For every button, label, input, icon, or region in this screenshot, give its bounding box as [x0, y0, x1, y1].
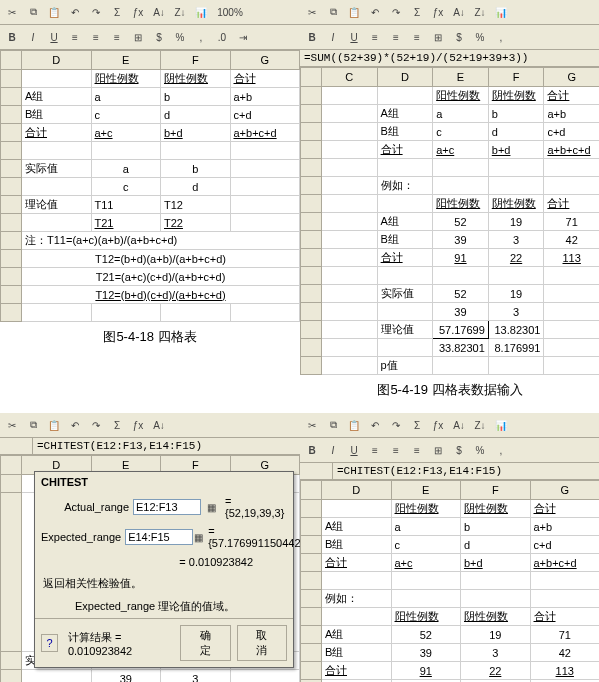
redo-icon[interactable]: ↷: [386, 415, 406, 435]
undo-icon[interactable]: ↶: [365, 415, 385, 435]
help-icon[interactable]: ?: [41, 634, 58, 652]
percent-icon[interactable]: %: [470, 440, 490, 460]
align-left-icon[interactable]: ≡: [365, 440, 385, 460]
indent-icon[interactable]: ⇥: [233, 27, 253, 47]
formula-bar[interactable]: =SUM((52+39)*(52+19)/(52+19+39+3)): [300, 50, 599, 67]
merge-icon[interactable]: ⊞: [128, 27, 148, 47]
underline-icon[interactable]: U: [344, 27, 364, 47]
sheet-21[interactable]: DEFG 阳性例数阴性例数合计 A组aba+b B组cdc+d 合计a+cb+d…: [300, 480, 599, 682]
formula-t21[interactable]: T21=(a+c)(c+d)/(a+b+c+d): [22, 268, 300, 286]
paste-icon[interactable]: 📋: [344, 415, 364, 435]
merge-icon[interactable]: ⊞: [428, 440, 448, 460]
hdr-pos[interactable]: 阳性例数: [91, 70, 161, 88]
cancel-button[interactable]: 取消: [237, 625, 288, 661]
paste-icon[interactable]: 📋: [344, 2, 364, 22]
comma-icon[interactable]: ,: [491, 440, 511, 460]
active-cell[interactable]: 57.17699: [433, 321, 489, 339]
paste-icon[interactable]: 📋: [44, 415, 64, 435]
sort-asc-icon[interactable]: A↓: [449, 415, 469, 435]
actual-range-input[interactable]: [133, 499, 201, 515]
currency-icon[interactable]: $: [449, 27, 469, 47]
ok-button[interactable]: 确定: [180, 625, 231, 661]
paste-icon[interactable]: 📋: [44, 2, 64, 22]
dec-inc-icon[interactable]: .0: [212, 27, 232, 47]
formula-bar[interactable]: =CHITEST(E12:F13,E14:F15): [300, 463, 599, 480]
underline-icon[interactable]: U: [344, 440, 364, 460]
align-right-icon[interactable]: ≡: [407, 27, 427, 47]
sort-desc-icon[interactable]: Z↓: [170, 2, 190, 22]
zoom-box[interactable]: 100%: [212, 2, 248, 22]
percent-icon[interactable]: %: [470, 27, 490, 47]
merge-icon[interactable]: ⊞: [428, 27, 448, 47]
range-picker-icon[interactable]: ▦: [201, 497, 221, 517]
align-right-icon[interactable]: ≡: [107, 27, 127, 47]
formula-input[interactable]: =SUM((52+39)*(52+19)/(52+19+39+3)): [300, 50, 599, 66]
align-center-icon[interactable]: ≡: [386, 440, 406, 460]
chart-icon[interactable]: 📊: [491, 415, 511, 435]
sort-desc-icon[interactable]: Z↓: [470, 415, 490, 435]
col-E[interactable]: E: [91, 51, 161, 70]
sort-asc-icon[interactable]: A↓: [449, 2, 469, 22]
formula-t22[interactable]: T12=(b+d)(c+d)/(a+b+c+d): [22, 286, 300, 304]
formula-input[interactable]: =CHITEST(E12:F13,E14:F15): [333, 463, 599, 479]
cut-icon[interactable]: ✂: [302, 415, 322, 435]
underline-icon[interactable]: U: [44, 27, 64, 47]
sort-asc-icon[interactable]: A↓: [149, 2, 169, 22]
cut-icon[interactable]: ✂: [2, 2, 22, 22]
col-F[interactable]: F: [161, 51, 231, 70]
undo-icon[interactable]: ↶: [365, 2, 385, 22]
redo-icon[interactable]: ↷: [86, 2, 106, 22]
italic-icon[interactable]: I: [323, 27, 343, 47]
comma-icon[interactable]: ,: [191, 27, 211, 47]
cut-icon[interactable]: ✂: [302, 2, 322, 22]
italic-icon[interactable]: I: [323, 440, 343, 460]
italic-icon[interactable]: I: [23, 27, 43, 47]
formula-input[interactable]: =CHITEST(E12:F13,E14:F15): [33, 438, 300, 454]
caption-18: 图5-4-18 四格表: [0, 322, 300, 360]
align-right-icon[interactable]: ≡: [407, 440, 427, 460]
col-D[interactable]: D: [22, 51, 92, 70]
sheet-19[interactable]: CDEFG 阳性例数阴性例数合计 A组aba+b B组cdc+d 合计a+cb+…: [300, 67, 599, 375]
align-left-icon[interactable]: ≡: [365, 27, 385, 47]
undo-icon[interactable]: ↶: [65, 415, 85, 435]
sum-icon[interactable]: Σ: [407, 2, 427, 22]
hdr-tot[interactable]: 合计: [230, 70, 300, 88]
fx-icon[interactable]: ƒx: [428, 415, 448, 435]
chart-icon[interactable]: 📊: [491, 2, 511, 22]
sum-icon[interactable]: Σ: [107, 2, 127, 22]
range-picker-icon[interactable]: ▦: [193, 527, 204, 547]
fx-icon[interactable]: ƒx: [128, 415, 148, 435]
expected-range-input[interactable]: [125, 529, 193, 545]
formula-bar[interactable]: =CHITEST(E12:F13,E14:F15): [0, 438, 300, 455]
chart-icon[interactable]: 📊: [191, 2, 211, 22]
undo-icon[interactable]: ↶: [65, 2, 85, 22]
col-G[interactable]: G: [230, 51, 300, 70]
currency-icon[interactable]: $: [149, 27, 169, 47]
comma-icon[interactable]: ,: [491, 27, 511, 47]
note-t11[interactable]: 注：T11=(a+c)(a+b)/(a+b+c+d): [22, 232, 300, 250]
sum-icon[interactable]: Σ: [407, 415, 427, 435]
fx-icon[interactable]: ƒx: [128, 2, 148, 22]
fx-icon[interactable]: ƒx: [428, 2, 448, 22]
align-center-icon[interactable]: ≡: [86, 27, 106, 47]
bold-icon[interactable]: B: [2, 27, 22, 47]
redo-icon[interactable]: ↷: [386, 2, 406, 22]
bold-icon[interactable]: B: [302, 440, 322, 460]
sort-desc-icon[interactable]: Z↓: [470, 2, 490, 22]
sheet-18[interactable]: DEFG 阳性例数阴性例数合计 A组aba+b B组cdc+d 合计a+cb+d…: [0, 50, 300, 322]
copy-icon[interactable]: ⧉: [323, 2, 343, 22]
copy-icon[interactable]: ⧉: [23, 415, 43, 435]
copy-icon[interactable]: ⧉: [323, 415, 343, 435]
align-left-icon[interactable]: ≡: [65, 27, 85, 47]
redo-icon[interactable]: ↷: [86, 415, 106, 435]
sort-asc-icon[interactable]: A↓: [149, 415, 169, 435]
hdr-neg[interactable]: 阴性例数: [161, 70, 231, 88]
copy-icon[interactable]: ⧉: [23, 2, 43, 22]
formula-t12[interactable]: T12=(b+d)(a+b)/(a+b+c+d): [22, 250, 300, 268]
sum-icon[interactable]: Σ: [107, 415, 127, 435]
cut-icon[interactable]: ✂: [2, 415, 22, 435]
bold-icon[interactable]: B: [302, 27, 322, 47]
align-center-icon[interactable]: ≡: [386, 27, 406, 47]
currency-icon[interactable]: $: [449, 440, 469, 460]
percent-icon[interactable]: %: [170, 27, 190, 47]
